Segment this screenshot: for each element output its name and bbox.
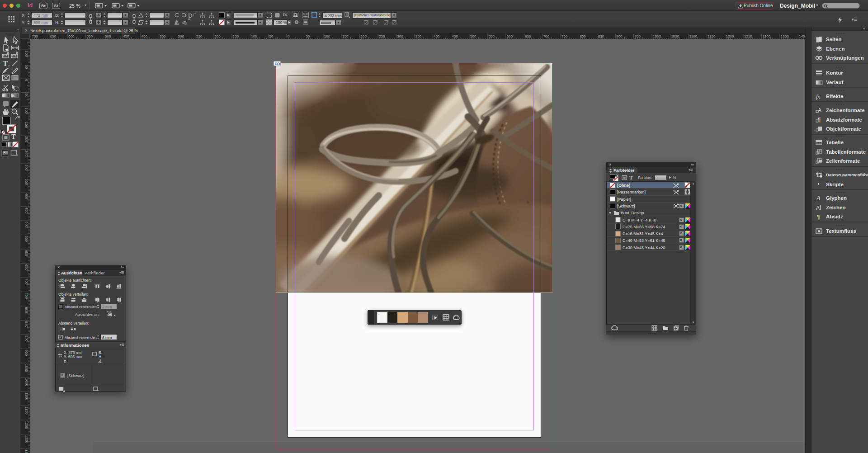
svg-text:700: 700: [543, 34, 550, 38]
svg-text:400: 400: [24, 193, 28, 199]
svg-text:1200: 1200: [24, 421, 28, 429]
svg-text:900: 900: [24, 335, 28, 342]
svg-text:950: 950: [24, 350, 28, 356]
svg-text:850: 850: [24, 321, 28, 328]
svg-text:200: 200: [24, 136, 28, 142]
svg-text:200: 200: [214, 34, 221, 38]
svg-text:100: 100: [324, 34, 330, 38]
svg-text:1250: 1250: [744, 34, 752, 38]
svg-text:200: 200: [361, 34, 367, 38]
svg-text:1250: 1250: [24, 435, 28, 444]
svg-text:700: 700: [32, 34, 38, 38]
svg-text:50: 50: [306, 34, 310, 38]
svg-text:350: 350: [160, 34, 166, 38]
svg-text:850: 850: [598, 34, 604, 38]
svg-text:0: 0: [288, 34, 290, 38]
svg-text:550: 550: [87, 34, 93, 38]
svg-text:50: 50: [24, 65, 28, 69]
svg-text:650: 650: [50, 34, 57, 38]
svg-text:450: 450: [123, 34, 129, 38]
svg-text:250: 250: [379, 34, 385, 38]
svg-text:A: A: [816, 204, 820, 211]
svg-text:650: 650: [24, 264, 28, 271]
svg-text:800: 800: [24, 307, 28, 313]
svg-text:350: 350: [415, 34, 422, 38]
svg-text:100: 100: [24, 108, 28, 114]
svg-text:600: 600: [68, 34, 75, 38]
svg-text:500: 500: [105, 34, 111, 38]
svg-text:500: 500: [470, 34, 476, 38]
svg-text:950: 950: [635, 34, 641, 38]
svg-text:600: 600: [507, 34, 513, 38]
svg-text:100: 100: [24, 51, 28, 57]
svg-text:1400: 1400: [799, 34, 805, 38]
svg-text:50: 50: [269, 34, 274, 38]
svg-text:1000: 1000: [24, 364, 28, 372]
svg-text:50: 50: [24, 94, 28, 98]
svg-text:400: 400: [434, 34, 440, 38]
svg-text:150: 150: [233, 34, 239, 38]
svg-text:250: 250: [24, 151, 28, 157]
svg-text:800: 800: [580, 34, 586, 38]
svg-text:fx: fx: [816, 93, 821, 100]
svg-text:550: 550: [488, 34, 495, 38]
svg-text:350: 350: [24, 179, 28, 185]
svg-text:750: 750: [24, 293, 28, 299]
svg-text:1050: 1050: [671, 34, 679, 38]
svg-text:300: 300: [397, 34, 403, 38]
svg-text:400: 400: [142, 34, 148, 38]
svg-text:¶: ¶: [817, 213, 820, 220]
svg-text:300: 300: [24, 165, 28, 171]
svg-text:150: 150: [342, 34, 349, 38]
svg-text:450: 450: [452, 34, 458, 38]
svg-text:1000: 1000: [653, 34, 661, 38]
svg-text:1300: 1300: [762, 34, 770, 38]
svg-text:1200: 1200: [726, 34, 734, 38]
svg-text:500: 500: [24, 222, 28, 228]
svg-text:100: 100: [251, 34, 257, 38]
svg-text:1300: 1300: [24, 449, 28, 453]
svg-text:700: 700: [24, 278, 28, 285]
svg-text:250: 250: [196, 34, 203, 38]
svg-text:1100: 1100: [24, 392, 28, 401]
svg-text:600: 600: [24, 250, 28, 256]
svg-text:A: A: [816, 195, 821, 202]
svg-text:450: 450: [24, 208, 28, 214]
svg-text:1150: 1150: [24, 407, 28, 415]
svg-text:1350: 1350: [781, 34, 789, 38]
svg-text:900: 900: [616, 34, 623, 38]
svg-text:650: 650: [525, 34, 531, 38]
svg-text:1150: 1150: [708, 34, 716, 38]
svg-text:750: 750: [561, 34, 568, 38]
svg-text:300: 300: [178, 34, 184, 38]
svg-text:1050: 1050: [24, 378, 28, 387]
svg-text:550: 550: [24, 236, 28, 242]
svg-text:0: 0: [24, 79, 28, 81]
svg-text:150: 150: [24, 122, 28, 128]
svg-text:1100: 1100: [689, 34, 698, 38]
